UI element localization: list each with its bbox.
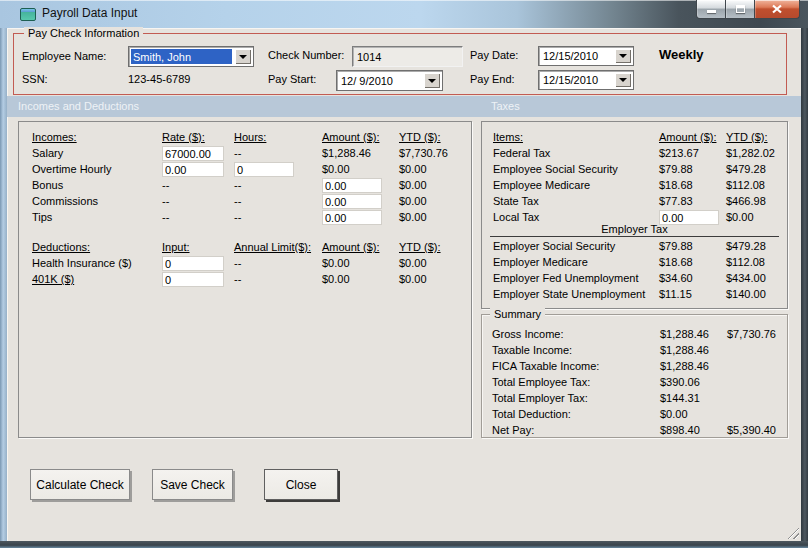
- pay-date-value: 12/15/2010: [543, 47, 613, 65]
- overtime-rate-input[interactable]: [162, 162, 224, 177]
- tax-cell: $18.68: [659, 178, 726, 194]
- deduction-cell: $0.00: [322, 256, 399, 272]
- deductions-header-limit: Annual Limit($):: [234, 240, 322, 256]
- pay-end-label: Pay End:: [470, 73, 515, 85]
- income-cell: [162, 146, 234, 162]
- employee-name-value: Smith, John: [131, 49, 232, 64]
- pay-start-picker[interactable]: 12/ 9/2010: [336, 70, 443, 91]
- close-button[interactable]: Close: [264, 469, 338, 500]
- incomes-deductions-section-header: Incomes and Deductions: [18, 96, 139, 117]
- income-cell: $1,288.46: [322, 146, 399, 162]
- window-frame-right: [801, 28, 808, 541]
- ssn-label: SSN:: [22, 73, 48, 85]
- income-row-label: Overtime Hourly: [32, 162, 162, 178]
- salary-rate-input[interactable]: [162, 146, 224, 161]
- maximize-button[interactable]: [726, 0, 754, 19]
- resize-grip[interactable]: [786, 526, 799, 539]
- health-insurance-input[interactable]: [162, 256, 224, 271]
- tax-cell: $112.08: [726, 178, 775, 194]
- check-number-label: Check Number:: [268, 49, 344, 61]
- summary-cell: [727, 407, 776, 423]
- employer-tax-row-label: Employer Fed Unemployment: [493, 271, 659, 287]
- summary-row-label: FICA Taxable Income:: [492, 359, 660, 375]
- app-icon[interactable]: [20, 8, 36, 21]
- pay-end-value: 12/15/2010: [543, 71, 613, 89]
- summary-cell: [727, 343, 776, 359]
- employer-tax-row-label: Employer Medicare: [493, 255, 659, 271]
- pay-end-dropdown-button[interactable]: [615, 73, 631, 87]
- employer-tax-cell: $479.28: [726, 239, 766, 255]
- employee-name-dropdown-button[interactable]: [235, 49, 251, 64]
- save-check-button[interactable]: Save Check: [152, 469, 233, 500]
- summary-cell: $7,730.76: [727, 327, 776, 343]
- employer-tax-cell: $434.00: [726, 271, 766, 287]
- incomes-table: Incomes: Rate ($): Hours: Amount ($): YT…: [32, 130, 448, 226]
- income-cell: [234, 162, 322, 178]
- overtime-hours-input[interactable]: [234, 162, 294, 177]
- income-cell: $7,730.76: [399, 146, 448, 162]
- deduction-cell: --: [234, 256, 322, 272]
- close-window-button[interactable]: [754, 0, 800, 19]
- check-number-input[interactable]: [352, 46, 463, 67]
- tax-row-label: Employee Social Security: [493, 162, 659, 178]
- calculate-check-button[interactable]: Calculate Check: [30, 469, 130, 500]
- taxes-header-amount: Amount ($):: [659, 130, 726, 146]
- window-frame-left: [0, 28, 7, 541]
- taxes-section-header: Taxes: [491, 96, 520, 117]
- commissions-amount-input[interactable]: [322, 194, 382, 209]
- income-row-label: Bonus: [32, 178, 162, 194]
- bonus-amount-input[interactable]: [322, 178, 382, 193]
- minimize-button[interactable]: [696, 0, 726, 19]
- incomes-header-hours: Hours:: [234, 130, 322, 146]
- pay-date-picker[interactable]: 12/15/2010: [538, 46, 634, 66]
- income-row-label: Commissions: [32, 194, 162, 210]
- employer-tax-cell: $79.88: [659, 239, 726, 255]
- tax-row-label: Employee Medicare: [493, 178, 659, 194]
- deduction-cell: $0.00: [399, 272, 441, 288]
- summary-cell: $144.31: [660, 391, 727, 407]
- pay-date-dropdown-button[interactable]: [615, 49, 631, 63]
- section-header-bar: Incomes and Deductions Taxes: [7, 96, 801, 117]
- income-cell: --: [162, 210, 234, 226]
- summary-row-label: Total Employee Tax:: [492, 375, 660, 391]
- 401k-input[interactable]: [162, 272, 224, 287]
- income-cell: --: [234, 210, 322, 226]
- employer-tax-header: Employer Tax: [490, 222, 779, 237]
- ssn-value: 123-45-6789: [128, 73, 190, 85]
- employer-tax-cell: $18.68: [659, 255, 726, 271]
- incomes-deductions-panel: Incomes: Rate ($): Hours: Amount ($): YT…: [18, 121, 472, 438]
- chevron-down-icon: [428, 79, 436, 83]
- employer-tax-cell: $140.00: [726, 287, 766, 303]
- pay-start-value: 12/ 9/2010: [341, 71, 422, 90]
- summary-cell: $898.40: [660, 423, 727, 439]
- deduction-cell: $0.00: [322, 272, 399, 288]
- summary-cell: [727, 359, 776, 375]
- summary-cell: $5,390.40: [727, 423, 776, 439]
- employer-tax-row-label: Employer Social Security: [493, 239, 659, 255]
- employer-tax-row-label: Employer State Unemployment: [493, 287, 659, 303]
- tax-cell: $79.88: [659, 162, 726, 178]
- 401k-link[interactable]: 401K ($): [32, 272, 162, 288]
- incomes-header-ytd: YTD ($):: [399, 130, 448, 146]
- pay-end-picker[interactable]: 12/15/2010: [538, 70, 634, 90]
- tips-amount-input[interactable]: [322, 210, 382, 225]
- income-cell: --: [162, 178, 234, 194]
- income-cell: --: [162, 194, 234, 210]
- summary-cell: $1,288.46: [660, 343, 727, 359]
- income-cell: [322, 194, 399, 210]
- summary-row-label: Net Pay:: [492, 423, 660, 439]
- summary-row-label: Total Employer Tax:: [492, 391, 660, 407]
- tax-cell: $77.83: [659, 194, 726, 210]
- employee-name-combobox[interactable]: Smith, John: [128, 46, 254, 67]
- tax-cell: $213.67: [659, 146, 726, 162]
- caption-buttons: [696, 0, 800, 19]
- income-row-label: Salary: [32, 146, 162, 162]
- pay-start-dropdown-button[interactable]: [424, 73, 440, 88]
- pay-date-label: Pay Date:: [470, 49, 518, 61]
- title-bar[interactable]: Payroll Data Input: [0, 0, 808, 28]
- taxes-table: Items: Amount ($): YTD ($): Federal Tax …: [493, 130, 775, 226]
- tax-cell: $479.28: [726, 162, 775, 178]
- close-icon: [771, 4, 783, 14]
- income-cell: --: [234, 178, 322, 194]
- window-frame-bottom: [0, 541, 808, 548]
